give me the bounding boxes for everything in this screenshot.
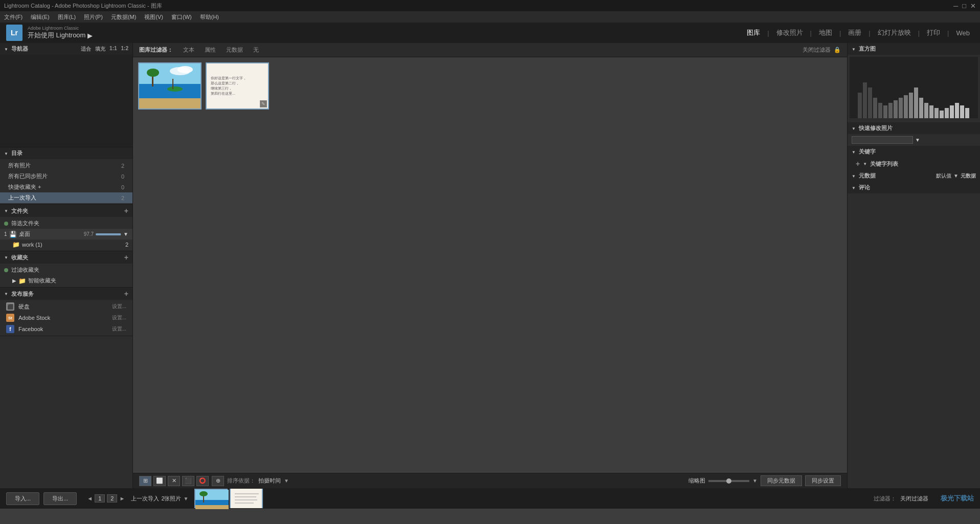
close-button[interactable]: ✕ xyxy=(970,2,976,10)
saved-preset-select[interactable] xyxy=(852,136,913,144)
header-title: Adobe Lightroom Classic 开始使用 Lightroom ▶ xyxy=(28,26,93,40)
catalog-synced-photos[interactable]: 所有已同步照片 0 xyxy=(0,171,132,182)
svg-point-2 xyxy=(177,66,193,73)
publish-hdd-settings[interactable]: 设置... xyxy=(112,303,126,310)
menu-library[interactable]: 图库(L) xyxy=(58,13,76,21)
nav-print[interactable]: 打印 xyxy=(923,26,944,39)
hdd-icon: ⬛ xyxy=(6,302,14,311)
folder-arrow[interactable]: ▼ xyxy=(123,231,128,237)
preset-arrow[interactable]: ▼ xyxy=(915,137,920,143)
count-arrow[interactable]: ▼ xyxy=(184,496,189,501)
sort-arrow[interactable]: ▼ xyxy=(284,478,289,484)
maximize-button[interactable]: □ xyxy=(962,2,966,10)
smart-collection-row[interactable]: ▶ 📁 智能收藏夹 xyxy=(0,275,132,286)
nav-sep-6: | xyxy=(947,29,949,37)
navigator-size2[interactable]: 1:2 xyxy=(121,46,128,53)
menu-window[interactable]: 窗口(W) xyxy=(171,13,192,21)
sync-settings-button[interactable]: 同步设置 xyxy=(805,475,841,486)
people-view-button[interactable]: ⭕ xyxy=(196,476,209,486)
nav-web[interactable]: Web xyxy=(952,27,974,39)
header-arrow[interactable]: ▶ xyxy=(87,32,93,39)
metadata-header[interactable]: 元数据 默认值 ▼ 元数据 xyxy=(848,170,980,182)
keyword-header[interactable]: 关键字 xyxy=(848,146,980,158)
publish-facebook-row[interactable]: f Facebook 设置... xyxy=(0,323,132,335)
nav-library[interactable]: 图库 xyxy=(743,26,764,39)
zoom-arrow[interactable]: ▼ xyxy=(752,478,758,484)
filter-bar: 图库过滤器： 文本 属性 元数据 无 关闭过滤器 🔒 xyxy=(133,43,847,57)
sort-value[interactable]: 拍摄时间 xyxy=(258,477,281,485)
menu-file[interactable]: 文件(F) xyxy=(4,13,23,21)
filter-attribute[interactable]: 属性 xyxy=(205,46,216,54)
metadata-arrow[interactable]: ▼ xyxy=(953,173,959,179)
import-button[interactable]: 导入... xyxy=(6,492,39,505)
nav-develop[interactable]: 修改照片 xyxy=(772,26,807,39)
navigator-fit[interactable]: 适合 xyxy=(81,46,91,53)
keyword-list-header[interactable]: + 关键字列表 xyxy=(848,158,980,170)
comments-header[interactable]: 评论 xyxy=(848,182,980,193)
navigator-header[interactable]: 导航器 适合 填充 1:1 1:2 xyxy=(0,43,132,55)
publish-hdd-row[interactable]: ⬛ 硬盘 设置... xyxy=(0,301,132,312)
page-1-button[interactable]: 1 xyxy=(95,494,105,503)
prev-page-button[interactable]: ◄ xyxy=(87,495,93,501)
minimize-button[interactable]: ─ xyxy=(953,2,958,10)
next-page-button[interactable]: ► xyxy=(119,495,125,501)
folders-header[interactable]: 文件夹 + xyxy=(0,205,132,217)
keyword-add-button[interactable]: + xyxy=(852,160,860,168)
film-thumb-2[interactable] xyxy=(230,489,263,508)
filter-text[interactable]: 文本 xyxy=(183,46,194,54)
filter-metadata[interactable]: 元数据 xyxy=(226,46,243,54)
page-2-button[interactable]: 2 xyxy=(107,494,117,503)
folders-add-button[interactable]: + xyxy=(124,207,128,215)
spray-can-button[interactable]: ⊕ xyxy=(212,476,224,486)
navigator-size1[interactable]: 1:1 xyxy=(109,46,117,53)
filter-dot-icon xyxy=(4,222,8,226)
menu-metadata[interactable]: 元数据(M) xyxy=(111,13,137,21)
loupe-view-button[interactable]: ⬜ xyxy=(153,476,166,486)
nav-book[interactable]: 画册 xyxy=(844,26,865,39)
quick-edit-header[interactable]: 快速修改照片 xyxy=(848,122,980,134)
catalog-collapse-icon xyxy=(4,151,8,156)
publish-stock-row[interactable]: St Adobe Stock 设置... xyxy=(0,312,132,323)
menu-view[interactable]: 视图(V) xyxy=(144,13,163,21)
right-panel: 直方图 xyxy=(847,43,980,488)
publish-stock-settings[interactable]: 设置... xyxy=(112,314,126,321)
filter-none[interactable]: 无 xyxy=(253,46,259,54)
photo-thumb-1[interactable] xyxy=(138,62,202,110)
film-thumb-1[interactable] xyxy=(194,489,228,508)
menu-edit[interactable]: 编辑(E) xyxy=(31,13,50,21)
nav-slideshow[interactable]: 幻灯片放映 xyxy=(874,26,915,39)
watermark: 极光下载站 xyxy=(941,494,974,503)
collections-filter-row[interactable]: 过滤收藏夹 xyxy=(0,265,132,275)
collections-add-button[interactable]: + xyxy=(124,253,128,261)
folders-work-row[interactable]: 📁 work (1) 2 xyxy=(0,239,132,250)
catalog-last-import[interactable]: 上一次导入 2 xyxy=(0,192,132,203)
photo-thumb-2[interactable]: 你好这是第一行文字， 那么这是第二行， 继续第三行， 第四行在这里... ✎ xyxy=(206,62,269,110)
filter-footer-value[interactable]: 关闭过滤器 xyxy=(900,495,928,503)
histogram-header[interactable]: 直方图 xyxy=(848,43,980,55)
publish-header[interactable]: 发布服务 + xyxy=(0,288,132,300)
sync-metadata-button[interactable]: 同步元数据 xyxy=(761,475,802,486)
compare-view-button[interactable]: ✕ xyxy=(168,476,180,486)
comments-title: 评论 xyxy=(859,184,870,191)
grid-view-button[interactable]: ⊞ xyxy=(139,476,151,486)
zoom-slider[interactable] xyxy=(708,480,749,482)
navigator-fill[interactable]: 填充 xyxy=(95,46,105,53)
filter-lock-icon[interactable]: 🔒 xyxy=(834,47,841,53)
progress-fill xyxy=(96,233,121,235)
menu-help[interactable]: 帮助(H) xyxy=(200,13,219,21)
folders-desktop-row[interactable]: 1 💾 桌面 97.7 ▼ xyxy=(0,229,132,239)
menu-photo[interactable]: 照片(P) xyxy=(84,13,103,21)
nav-map[interactable]: 地图 xyxy=(815,26,836,39)
zoom-label: 缩略图 xyxy=(688,477,705,485)
export-button[interactable]: 导出... xyxy=(43,492,77,505)
comments-collapse-icon xyxy=(852,185,856,190)
survey-view-button[interactable]: ⬛ xyxy=(182,476,194,486)
publish-facebook-settings[interactable]: 设置... xyxy=(112,325,126,333)
filter-close-label[interactable]: 关闭过滤器 xyxy=(803,46,831,54)
collections-header[interactable]: 收藏夹 + xyxy=(0,251,132,264)
catalog-header[interactable]: 目录 xyxy=(0,147,132,159)
catalog-quick-collection[interactable]: 快捷收藏夹 + 0 xyxy=(0,182,132,192)
publish-add-button[interactable]: + xyxy=(124,290,128,298)
catalog-all-photos[interactable]: 所有照片 2 xyxy=(0,160,132,171)
folders-filter-row[interactable]: 筛选文件夹 xyxy=(0,218,132,229)
